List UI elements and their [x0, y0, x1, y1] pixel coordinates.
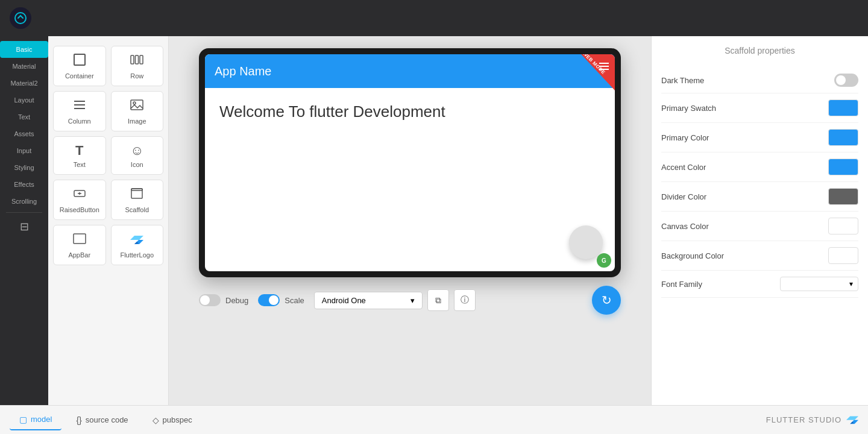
- svg-marker-16: [130, 236, 143, 240]
- background-color-row: Background Color: [661, 241, 858, 271]
- dark-theme-toggle[interactable]: [834, 74, 858, 87]
- sidebar-item-effects[interactable]: Effects: [0, 176, 48, 193]
- widget-scaffold[interactable]: Scaffold: [111, 180, 164, 220]
- sidebar-item-text[interactable]: Text: [0, 108, 48, 125]
- accent-color-swatch[interactable]: [828, 159, 858, 175]
- tab-pubspec-label: pubspec: [163, 415, 192, 424]
- sidebar-item-basic[interactable]: Basic: [0, 41, 48, 58]
- copy-button[interactable]: ⧉: [427, 289, 449, 311]
- device-frame: App Name WEB MODE Welcome To flutter Dev…: [199, 48, 621, 277]
- source-code-icon: {}: [76, 415, 81, 425]
- fab-button[interactable]: [569, 225, 603, 259]
- debug-label: Debug: [225, 296, 248, 305]
- widget-panel: Container Row: [48, 36, 169, 405]
- accent-color-label: Accent Color: [661, 163, 706, 172]
- primary-swatch-color[interactable]: [828, 99, 858, 116]
- device-select-box[interactable]: Android One ▾: [314, 292, 423, 309]
- widget-label: Icon: [131, 161, 143, 168]
- tab-source-code[interactable]: {} source code: [66, 410, 137, 430]
- svg-rect-1: [74, 54, 85, 65]
- sidebar-item-material[interactable]: Material: [0, 58, 48, 75]
- canvas-color-row: Canvas Color: [661, 212, 858, 241]
- app-logo: [10, 7, 31, 29]
- flutter-studio-branding: FLUTTER STUDIO: [766, 412, 858, 427]
- scaffold-icon: [130, 186, 144, 204]
- tab-pubspec[interactable]: ◇ pubspec: [143, 410, 202, 430]
- primary-color-swatch[interactable]: [828, 129, 858, 146]
- sidebar-item-scrolling[interactable]: Scrolling: [0, 193, 48, 210]
- widget-grid: Container Row: [53, 46, 163, 265]
- divider-color-swatch[interactable]: [828, 188, 858, 205]
- app-bar: App Name WEB MODE: [205, 54, 615, 88]
- device-screen: App Name WEB MODE Welcome To flutter Dev…: [205, 54, 615, 271]
- copy-icon: ⧉: [435, 295, 441, 306]
- dark-theme-row: Dark Theme: [661, 68, 858, 93]
- device-name: Android One: [322, 296, 366, 305]
- svg-rect-2: [131, 55, 134, 64]
- dark-theme-label: Dark Theme: [661, 76, 704, 85]
- widget-flutter-logo[interactable]: FlutterLogo: [111, 225, 164, 265]
- web-mode-badge: WEB MODE: [567, 54, 615, 90]
- font-family-select[interactable]: ▾: [780, 277, 858, 291]
- sidebar-item-styling[interactable]: Styling: [0, 159, 48, 176]
- tab-model-label: model: [31, 415, 52, 424]
- debug-toggle-row: Debug: [199, 294, 248, 306]
- debug-toggle[interactable]: [199, 294, 221, 306]
- chevron-down-icon: ▾: [849, 280, 853, 288]
- raised-button-icon: [72, 186, 87, 204]
- refresh-button[interactable]: ↻: [592, 286, 621, 315]
- sidebar-item-material2[interactable]: Material2: [0, 75, 48, 92]
- image-icon: [130, 98, 144, 115]
- widget-label: Container: [65, 72, 94, 80]
- widget-label: Scaffold: [125, 206, 149, 213]
- scale-toggle[interactable]: [258, 294, 280, 306]
- column-icon: [72, 98, 87, 115]
- widget-label: FlutterLogo: [120, 251, 154, 259]
- app-bar-title: App Name: [215, 64, 272, 78]
- sidebar-item-input[interactable]: Input: [0, 142, 48, 159]
- panel-title: Scaffold properties: [661, 46, 858, 55]
- sidebar-item-assets[interactable]: Assets: [0, 125, 48, 142]
- background-color-swatch[interactable]: [828, 247, 858, 264]
- widget-text[interactable]: T Text: [53, 136, 106, 175]
- top-bar: [0, 0, 868, 36]
- branding-text: FLUTTER STUDIO: [766, 415, 841, 424]
- svg-rect-8: [131, 100, 143, 110]
- canvas-color-swatch[interactable]: [828, 218, 858, 234]
- widget-appbar[interactable]: AppBar: [53, 225, 106, 265]
- widget-label: Text: [74, 161, 86, 168]
- info-button[interactable]: ⓘ: [454, 289, 476, 311]
- refresh-icon: ↻: [602, 293, 612, 307]
- sidebar-item-layout[interactable]: Layout: [0, 92, 48, 108]
- primary-swatch-label: Primary Swatch: [661, 104, 716, 113]
- app-menu-icon[interactable]: [599, 63, 609, 70]
- primary-color-label: Primary Color: [661, 133, 709, 142]
- widget-image[interactable]: Image: [111, 91, 164, 131]
- appbar-icon: [72, 231, 87, 249]
- flutter-logo-branding: [846, 412, 858, 427]
- accent-color-row: Accent Color: [661, 153, 858, 182]
- canvas-area: App Name WEB MODE Welcome To flutter Dev…: [169, 36, 651, 405]
- divider-color-row: Divider Color: [661, 182, 858, 212]
- primary-swatch-row: Primary Swatch: [661, 93, 858, 123]
- widget-raised-button[interactable]: RaisedButton: [53, 180, 106, 220]
- widget-container[interactable]: Container: [53, 46, 106, 86]
- widget-column[interactable]: Column: [53, 91, 106, 131]
- screen-content: Welcome To flutter Development: [205, 88, 615, 136]
- widget-row[interactable]: Row: [111, 46, 164, 86]
- font-family-row: Font Family ▾: [661, 271, 858, 298]
- widget-label: RaisedButton: [60, 206, 99, 213]
- widget-icon-item[interactable]: ☺ Icon: [111, 136, 164, 175]
- sidebar-item-tree[interactable]: ⊟: [0, 215, 48, 238]
- bottom-tabs: ▢ model {} source code ◇ pubspec FLUTTER…: [0, 405, 868, 434]
- right-panel: Scaffold properties Dark Theme Primary S…: [651, 36, 868, 405]
- device-select-area: Android One ▾ ⧉ ⓘ: [314, 289, 582, 311]
- widget-label: AppBar: [68, 251, 90, 259]
- tab-model[interactable]: ▢ model: [10, 410, 61, 430]
- info-icon: ⓘ: [461, 295, 469, 306]
- divider-color-label: Divider Color: [661, 192, 706, 201]
- model-icon: ▢: [19, 415, 27, 424]
- chevron-down-icon: ▾: [410, 296, 415, 305]
- svg-point-9: [133, 102, 136, 104]
- sidebar-divider: [6, 212, 42, 213]
